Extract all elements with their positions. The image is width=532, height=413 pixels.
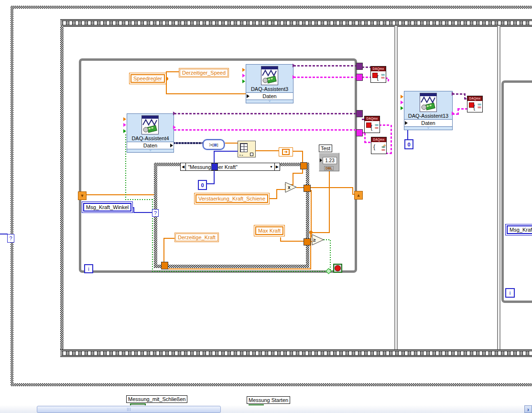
wire-task-a3b [362,67,370,68]
daq4-expand-chevron[interactable]: ˅ [127,149,174,152]
daq13-name: DAQ-Assistent13 [404,113,452,119]
stop-icon [335,265,341,271]
msg-kraft-control-frame3[interactable]: Msg_Kraft_ [505,224,532,235]
case-tunnel-selector-blue[interactable] [211,163,218,170]
case-selector-terminal[interactable]: ? [152,209,159,217]
case-tunnel-mult[interactable] [304,185,311,192]
case-next-arrow[interactable]: ▶ [274,163,280,170]
wire-case-in-2 [293,173,303,174]
daq4-name: DAQ-Assistent4 [127,135,174,141]
daq4-icon [141,115,159,135]
case-tunnel-maxkraft[interactable] [304,238,311,246]
daq3-in-orange [242,68,245,72]
multiply-node[interactable]: x [285,182,297,194]
case-zero-constant[interactable]: 0 [198,180,207,190]
daq-assistent4-node[interactable]: DAQ-Assistent4 Daten ˅ [127,113,174,153]
derzeitige-kraft-indicator[interactable]: Derzeitige_Kraft [174,233,219,242]
wire-bool-1 [125,134,126,200]
wire-shiftreg-case [86,194,154,195]
wire-err-a3b [362,77,370,78]
loop1-iteration-terminal[interactable]: i [84,264,93,273]
wire-bool-6 [324,239,331,240]
daq4-in-orange [123,117,126,121]
case-selector-bar[interactable]: ◀ "Messung über Kraft" ▼ ▶ [180,163,280,171]
while-loop-2 [501,80,532,303]
test-type-badge: DBL [324,166,334,170]
tunnel-err-1[interactable] [356,74,363,81]
wire-task-a3 [293,65,357,67]
loop2-iteration-terminal[interactable]: i [505,288,515,298]
daqmx-clear-task[interactable]: DAQmx { ✎ ≈≈≈≈ [371,137,387,154]
increment-arrow-icon[interactable] [320,158,322,162]
speedregler-control[interactable]: Speedregler [129,73,166,84]
waveform-icon: ≈≈≈≈ [381,146,385,152]
wire-err-loop2 [391,124,392,154]
index-dots-icon: ▪·+ [239,154,243,156]
daq3-expand-chevron[interactable]: ˅ [246,100,293,103]
outer-case-selector-terminal[interactable]: ? [7,234,14,243]
case-tunnel-top-right[interactable] [300,162,307,169]
daq-assistent3-node[interactable]: DAQ-Assistent3 Daten ˅ [246,64,293,103]
messung-mit-schliessen-label[interactable]: Messung_mit_Schließen [126,395,187,403]
index-array-node[interactable]: ▪·+ [238,141,256,157]
sequence-frame-divider-2 [497,26,500,349]
daqmx-header: DAQmx [371,67,386,71]
wire-msgkw-3 [133,212,153,213]
brace-icon: { [370,124,372,131]
wire-err-a3 [293,77,357,78]
daq-assistent13-node[interactable]: DAQ-Assistent13 Daten ˅ [404,91,453,130]
daqmx-stop-task-3[interactable]: DAQmx { ≈≈≈≈ [467,96,483,112]
tunnel-task-1[interactable] [356,63,363,70]
thumb-grip-icon [130,408,130,411]
case-prev-arrow[interactable]: ◀ [181,163,186,170]
daq3-in-pink [242,74,245,78]
test-value: 1.23 [323,157,337,164]
daq13-expand-chevron[interactable]: ˅ [404,127,452,130]
daq13-out-err [452,112,455,115]
wire-err-a13-3 [457,108,467,110]
daqmx-stop-task-1[interactable]: DAQmx { ≈≈≈≈ [370,66,386,83]
thumb-grip-icon [129,408,129,411]
verstaerkung-control[interactable]: Verstaerkung_Kraft_Schiene [194,193,270,204]
wire-outer-selector [0,234,8,234]
wire-dynamic-data [173,142,203,144]
wire-bool-5 [330,240,331,270]
daq13-in-pink [401,100,403,104]
max-kraft-control[interactable]: Max Kraft [254,225,285,236]
loop-stop-terminal[interactable] [333,264,342,273]
wire-test-1 [311,232,330,233]
msg-kraft-winkel-control[interactable]: Msg_Kraft_Winkel [82,201,133,213]
gte-glyph: ≥ [313,237,316,243]
daq3-input-arrow [247,94,250,98]
shift-register-right[interactable]: ▲ [354,191,363,200]
shift-register-left[interactable]: ▼ [78,191,87,200]
daq4-out-task [173,112,176,115]
daqmx-stop-task-2[interactable]: DAQmx { ≈≈≈≈ [364,116,380,133]
wire-zero-3 [214,151,239,152]
horizontal-scrollbar[interactable]: › [0,405,532,413]
convert-from-dynamic-data-node[interactable]: ⟩x[▦] [203,139,225,150]
tunnel-err-2[interactable] [356,129,363,136]
wire-speed-3 [166,71,179,72]
test-indicator[interactable]: 1.23 DBL [319,153,339,171]
messung-starten-label[interactable]: Messung Starten [247,396,290,404]
case-dropdown-icon[interactable]: ▼ [268,165,274,168]
derzeitiger-speed-indicator[interactable]: Derzeitiger_Speed [179,68,229,78]
daq4-in-pink [123,123,126,127]
frame2-zero-constant[interactable]: 0 [404,139,413,149]
daq3-in-green [242,79,245,83]
feedback-arrow-node[interactable]: ➔ [279,147,293,156]
scrollbar-right-arrow[interactable]: › [524,405,532,413]
greater-equal-node[interactable]: ≥ [312,234,324,246]
test-label[interactable]: Test [319,145,332,152]
index-square-icon [250,153,253,156]
tunnel-task-2[interactable] [356,110,363,117]
right-arrow-icon: ➔ [282,149,290,155]
daq13-input-arrow [405,121,408,125]
wire-err-a4b3 [364,142,371,143]
wire-maxkraft-2 [280,241,304,242]
daq13-in-orange [401,95,403,99]
thumb-grip-icon [127,408,128,411]
scrollbar-thumb[interactable] [37,406,221,413]
case-tunnel-bottom[interactable] [161,262,168,269]
